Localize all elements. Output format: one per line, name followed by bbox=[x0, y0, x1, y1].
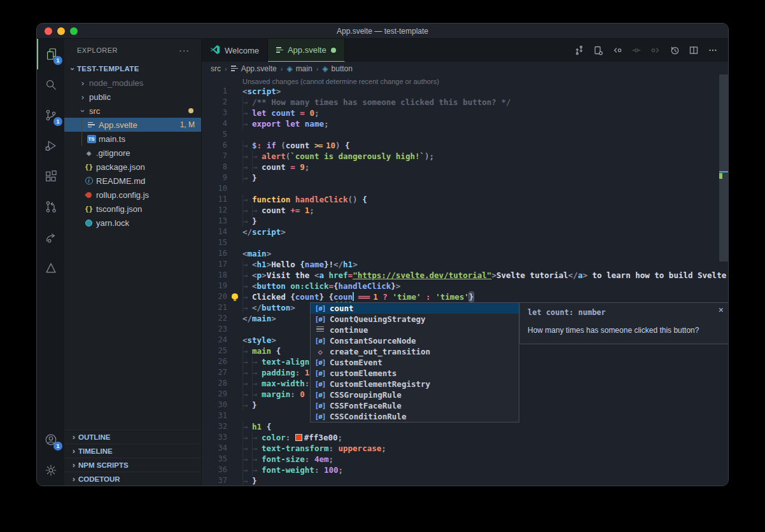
code-line[interactable]: 3→let count = 0; bbox=[202, 108, 728, 118]
code-editor[interactable]: Unsaved changes (cannot determine recent… bbox=[202, 75, 728, 486]
activity-extensions[interactable] bbox=[37, 161, 64, 192]
suggestion-doc: How many times has someone clicked this … bbox=[528, 326, 721, 335]
code-line[interactable]: 33→→color: #ff3e00; bbox=[202, 432, 728, 443]
gitlens-codelens[interactable]: Unsaved changes (cannot determine recent… bbox=[202, 77, 728, 86]
suggestion-cssconditionrule[interactable]: [ø]CSSConditionRule bbox=[311, 411, 519, 422]
suggestion-create_out_transition[interactable]: ◇create_out_transition bbox=[311, 346, 519, 357]
tree-item-src[interactable]: ›src bbox=[64, 104, 201, 118]
code-line[interactable]: 36→→font-weight: 100; bbox=[202, 465, 728, 475]
code-token: style bbox=[248, 335, 272, 345]
activity-github-pull-requests[interactable] bbox=[37, 192, 64, 222]
code-line[interactable]: 6→$: if (count >= 10) { bbox=[202, 140, 728, 151]
code-line[interactable]: 2→/** How many times has someone clicked… bbox=[202, 97, 728, 108]
code-line[interactable]: 14</script> bbox=[202, 227, 728, 237]
suggestion-customelements[interactable]: [ø]customElements bbox=[311, 368, 519, 379]
tab-welcome[interactable]: Welcome bbox=[202, 39, 268, 62]
more-actions-icon[interactable]: ··· bbox=[179, 45, 190, 55]
code-line[interactable]: 5 bbox=[202, 129, 728, 140]
code-line[interactable]: 12→→count += 1; bbox=[202, 205, 728, 216]
code-line[interactable]: 13→} bbox=[202, 216, 728, 227]
panel-outline[interactable]: ›OUTLINE bbox=[64, 430, 201, 444]
code-line[interactable]: 19→<button on:click={handleClick}> bbox=[202, 281, 728, 291]
split-editor-icon[interactable] bbox=[685, 43, 701, 59]
breadcrumb-item-src[interactable]: src bbox=[211, 64, 221, 73]
activity-source-control[interactable]: 1 bbox=[37, 100, 64, 130]
lightbulb-icon[interactable] bbox=[232, 293, 238, 299]
activity-settings[interactable] bbox=[37, 455, 64, 486]
next-change-icon[interactable] bbox=[647, 43, 663, 59]
minimize-button[interactable] bbox=[57, 27, 65, 35]
code-line[interactable]: 9→} bbox=[202, 172, 728, 183]
suggestion-count[interactable]: [ø]count bbox=[311, 303, 519, 314]
panel-timeline[interactable]: ›TIMELINE bbox=[64, 444, 201, 458]
close-icon[interactable]: × bbox=[719, 305, 724, 315]
code-line[interactable]: 4→export let name; bbox=[202, 118, 728, 129]
code-line[interactable]: 34→→text-transform: uppercase; bbox=[202, 443, 728, 454]
tree-item-node-modules[interactable]: ›node_modules bbox=[64, 76, 201, 90]
suggestion-cssgroupingrule[interactable]: [ø]CSSGroupingRule bbox=[311, 389, 519, 400]
activity-run-debug[interactable] bbox=[37, 130, 64, 161]
open-changes-icon[interactable] bbox=[590, 43, 606, 59]
suggestion-cssfontfacerule[interactable]: [ø]CSSFontFaceRule bbox=[311, 400, 519, 411]
indent-guide: → bbox=[252, 443, 262, 454]
suggestion-label: CustomElementRegistry bbox=[330, 379, 430, 389]
tab-app-svelte[interactable]: App.svelte bbox=[268, 39, 345, 62]
code-token: count bbox=[286, 141, 314, 150]
close-button[interactable] bbox=[45, 27, 52, 35]
activity-search[interactable] bbox=[37, 69, 64, 100]
code-line[interactable]: 10 bbox=[202, 183, 728, 194]
tree-item-main-ts[interactable]: TSmain.ts bbox=[64, 132, 201, 146]
zoom-button[interactable] bbox=[70, 27, 78, 35]
code-line[interactable]: 7→→alert(`count is dangerously high!`); bbox=[202, 151, 728, 162]
workspace-root-folder[interactable]: › TEST-TEMPLATE bbox=[64, 62, 201, 76]
file-history-icon[interactable] bbox=[666, 43, 682, 59]
breadcrumb-item-button[interactable]: ◈button bbox=[322, 64, 353, 73]
tree-item-rollup-config-js[interactable]: rollup.config.js bbox=[64, 188, 201, 202]
tree-item--gitignore[interactable]: ◆.gitignore bbox=[64, 146, 201, 160]
suggestion-customelementregistry[interactable]: [ø]CustomElementRegistry bbox=[311, 379, 519, 389]
tree-item-package-json[interactable]: {}package.json bbox=[64, 160, 201, 174]
gitlens-graph-icon[interactable] bbox=[571, 43, 587, 59]
panel-npm-scripts[interactable]: ›NPM SCRIPTS bbox=[64, 458, 201, 472]
breadcrumb-item-app-svelte[interactable]: App.svelte bbox=[231, 64, 277, 73]
panel-label: CODETOUR bbox=[78, 475, 120, 483]
tree-item-public[interactable]: ›public bbox=[64, 90, 201, 104]
symbol-module-icon: ◇ bbox=[313, 347, 327, 356]
tree-item-tsconfig-json[interactable]: {}tsconfig.json bbox=[64, 202, 201, 216]
code-line[interactable]: 18→<p>Visit the <a href="https://svelte.… bbox=[202, 270, 728, 281]
tree-item-app-svelte[interactable]: App.svelte1, M bbox=[64, 118, 201, 132]
code-line[interactable]: 37→} bbox=[202, 475, 728, 486]
code-line[interactable]: 35→→font-size: 4em; bbox=[202, 454, 728, 465]
tree-item-yarn-lock[interactable]: yarn.lock bbox=[64, 216, 201, 230]
code-line[interactable]: 15 bbox=[202, 237, 728, 248]
code-token: : bbox=[305, 454, 314, 464]
code-line[interactable]: 1<script> bbox=[202, 86, 728, 97]
activity-live-share[interactable] bbox=[37, 222, 64, 253]
code-token: text-transform bbox=[262, 444, 328, 453]
code-line[interactable]: 32→h1 { bbox=[202, 421, 728, 432]
activity-accounts[interactable]: 1 bbox=[37, 424, 64, 455]
suggestion-label: count bbox=[330, 304, 354, 313]
previous-change-icon[interactable] bbox=[609, 43, 625, 59]
suggestion-customevent[interactable]: [ø]CustomEvent bbox=[311, 357, 519, 368]
more-actions-icon[interactable] bbox=[705, 43, 720, 59]
breadcrumb-item-main[interactable]: ◈main bbox=[286, 64, 312, 73]
tree-item-readme-md[interactable]: iREADME.md bbox=[64, 174, 201, 188]
code-line[interactable]: 17→<h1>Hello {name}!</h1> bbox=[202, 259, 728, 270]
suggestion-continue[interactable]: continue bbox=[311, 325, 519, 335]
symbol-variable-icon: [ø] bbox=[313, 369, 327, 377]
activity-explorer[interactable]: 1 bbox=[37, 39, 64, 69]
suggestion-constantsourcenode[interactable]: [ø]ConstantSourceNode bbox=[311, 335, 519, 346]
scrollbar[interactable] bbox=[719, 74, 728, 262]
current-change-icon[interactable] bbox=[628, 43, 644, 59]
code-line[interactable]: 11→function handleClick() { bbox=[202, 194, 728, 205]
code-line[interactable]: 8→→count = 9; bbox=[202, 162, 728, 172]
code-line[interactable]: 20→Clicked {count} {coun === 1 ? 'time' … bbox=[202, 291, 728, 302]
title-bar: App.svelte — test-template bbox=[37, 24, 728, 39]
panel-label: TIMELINE bbox=[78, 447, 113, 455]
code-line[interactable]: 16<main> bbox=[202, 248, 728, 259]
indent-guide: → bbox=[242, 259, 252, 270]
panel-codetour[interactable]: ›CODETOUR bbox=[64, 472, 201, 486]
activity-azure[interactable] bbox=[37, 253, 64, 283]
suggestion-countqueuingstrategy[interactable]: [ø]CountQueuingStrategy bbox=[311, 314, 519, 325]
